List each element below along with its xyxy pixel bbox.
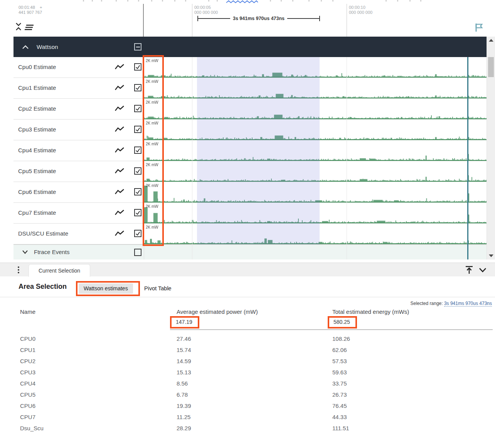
cell-power: 6.78 bbox=[177, 391, 188, 398]
cell-energy: 44.33 bbox=[332, 414, 347, 420]
track-unit-label: 2K mW bbox=[146, 121, 158, 125]
cell-name: CPU1 bbox=[20, 347, 35, 353]
track-trace-canvas[interactable] bbox=[144, 224, 487, 244]
cell-power: 8.56 bbox=[177, 380, 188, 387]
timeline-ruler[interactable]: 00:01:48 +441 907 767 00:00:05000 000 00… bbox=[0, 4, 495, 37]
track-checkbox-checked[interactable] bbox=[134, 84, 141, 91]
dock-to-top-icon[interactable] bbox=[465, 266, 474, 275]
cell-power: 15.13 bbox=[177, 369, 191, 376]
scrollbar-thumb[interactable] bbox=[488, 57, 494, 77]
scroll-down-icon[interactable] bbox=[489, 254, 493, 257]
clipped-glyph-mark bbox=[116, 0, 117, 2]
track-checkbox-checked[interactable] bbox=[134, 209, 141, 216]
table-row-dsu_scu: Dsu_Scu28.29111.51 bbox=[0, 423, 495, 434]
track-checkbox-checked[interactable] bbox=[134, 105, 141, 112]
track-trace-canvas[interactable] bbox=[144, 140, 487, 161]
track-checkbox-checked[interactable] bbox=[134, 188, 141, 195]
track-label: Cpu6 Estimate bbox=[18, 189, 56, 195]
cell-name: Dsu_Scu bbox=[20, 425, 44, 431]
ruler-tick-line-10s bbox=[347, 4, 347, 37]
track-row-dsu-scu-estimate[interactable]: DSU/SCU Estimate2K mW bbox=[13, 224, 487, 244]
ftrace-checkbox-unchecked[interactable] bbox=[134, 249, 141, 256]
selected-range-label: Selected range: bbox=[411, 301, 443, 306]
line-chart-icon bbox=[114, 126, 125, 133]
track-trace-canvas[interactable] bbox=[144, 161, 487, 182]
group-title: Wattson bbox=[37, 44, 58, 50]
cell-power: 27.46 bbox=[177, 335, 191, 342]
track-row-cpu3-estimate[interactable]: Cpu3 Estimate2K mW bbox=[13, 120, 487, 140]
table-row-cpu3: CPU315.1359.63 bbox=[0, 367, 495, 378]
track-unit-label: 2K mW bbox=[146, 204, 158, 209]
clipped-text-remnants bbox=[0, 0, 495, 4]
scroll-up-icon[interactable] bbox=[489, 39, 493, 42]
clipped-glyph-mark bbox=[420, 0, 421, 2]
kebab-menu-icon[interactable] bbox=[17, 265, 20, 275]
cell-energy: 33.75 bbox=[332, 380, 347, 387]
track-label: Cpu0 Estimate bbox=[18, 64, 56, 70]
wattson-table-rows: CPU027.46108.26CPU115.7462.06CPU214.5957… bbox=[0, 333, 495, 434]
track-row-cpu0-estimate[interactable]: Cpu0 Estimate2K mW bbox=[13, 57, 487, 78]
line-chart-icon bbox=[114, 63, 125, 71]
total-power-value: 147.19 bbox=[176, 319, 192, 325]
track-trace-canvas[interactable] bbox=[144, 57, 487, 78]
track-unit-label: 2K mW bbox=[146, 142, 158, 146]
cell-name: CPU4 bbox=[20, 380, 35, 387]
track-group-wattson[interactable]: Wattson bbox=[13, 37, 487, 57]
clipped-glyph-mark bbox=[281, 0, 282, 2]
clipped-glyph-mark bbox=[162, 0, 163, 2]
track-trace-canvas[interactable] bbox=[144, 203, 487, 224]
track-checkbox-checked[interactable] bbox=[134, 230, 141, 237]
table-row-cpu2: CPU214.5957.53 bbox=[0, 355, 495, 367]
tab-wattson-estimates[interactable]: Wattson estimates bbox=[79, 283, 133, 294]
collapse-panel-chevron-icon[interactable] bbox=[479, 268, 487, 273]
track-checkbox-checked[interactable] bbox=[134, 63, 141, 71]
table-row-cpu4: CPU48.5633.75 bbox=[0, 378, 495, 389]
track-filter-icon[interactable] bbox=[25, 24, 35, 30]
track-row-cpu4-estimate[interactable]: Cpu4 Estimate2K mW bbox=[13, 140, 487, 161]
cell-power: 15.74 bbox=[177, 347, 191, 353]
track-trace-canvas[interactable] bbox=[144, 120, 487, 140]
group-checkbox-indeterminate[interactable] bbox=[134, 43, 141, 51]
vertical-scrollbar[interactable] bbox=[487, 37, 495, 259]
collapse-all-icon[interactable] bbox=[15, 22, 22, 31]
clipped-glyph-mark bbox=[92, 0, 93, 2]
selected-range-link[interactable]: 3s 941ms 970us 473ns bbox=[444, 301, 492, 307]
track-trace-canvas[interactable] bbox=[144, 99, 487, 120]
track-checkbox-checked[interactable] bbox=[134, 167, 141, 175]
track-checkbox-checked[interactable] bbox=[134, 147, 141, 154]
track-row-cpu6-estimate[interactable]: Cpu6 Estimate2K mW bbox=[13, 182, 487, 203]
total-energy-value: 580.25 bbox=[333, 319, 350, 325]
track-label: Cpu3 Estimate bbox=[18, 126, 56, 133]
cell-energy: 111.51 bbox=[332, 425, 349, 431]
selection-duration-bracket: 3s 941ms 970us 473ns bbox=[197, 15, 320, 21]
clipped-glyph-mark bbox=[321, 0, 322, 2]
cell-energy: 26.73 bbox=[332, 391, 347, 398]
clipped-glyph-mark bbox=[101, 0, 102, 2]
track-group-ftrace[interactable]: Ftrace Events bbox=[13, 244, 487, 259]
track-checkbox-checked[interactable] bbox=[134, 126, 141, 133]
column-header-energy: Total estimated energy (mWs) bbox=[332, 308, 409, 315]
line-chart-icon bbox=[114, 188, 125, 196]
track-row-cpu5-estimate[interactable]: Cpu5 Estimate2K mW bbox=[13, 161, 487, 182]
ruler-tick-5s-label: 00:00:05000 000 000 bbox=[194, 5, 218, 15]
track-trace-canvas[interactable] bbox=[144, 78, 487, 99]
track-row-cpu2-estimate[interactable]: Cpu2 Estimate2K mW bbox=[13, 99, 487, 120]
clipped-glyph-mark bbox=[386, 0, 387, 2]
tab-current-selection[interactable]: Current Selection bbox=[29, 264, 90, 277]
track-row-cpu7-estimate[interactable]: Cpu7 Estimate2K mW bbox=[13, 203, 487, 224]
cell-energy: 62.06 bbox=[332, 347, 347, 353]
chevron-down-icon bbox=[22, 250, 28, 254]
track-trace-canvas[interactable] bbox=[144, 182, 487, 203]
flag-button[interactable] bbox=[475, 23, 483, 32]
selection-edge-marker[interactable] bbox=[467, 57, 468, 259]
cell-energy: 108.26 bbox=[332, 335, 350, 342]
track-row-cpu1-estimate[interactable]: Cpu1 Estimate2K mW bbox=[13, 78, 487, 99]
tab-pivot-table[interactable]: Pivot Table bbox=[144, 285, 172, 291]
cell-power: 11.25 bbox=[177, 414, 190, 420]
line-chart-icon bbox=[114, 167, 125, 175]
cell-power: 14.59 bbox=[177, 358, 191, 364]
clipped-glyph-mark bbox=[208, 0, 209, 2]
line-chart-icon bbox=[114, 84, 125, 92]
panel-divider bbox=[0, 297, 495, 297]
clipped-glyph-mark bbox=[270, 0, 271, 2]
